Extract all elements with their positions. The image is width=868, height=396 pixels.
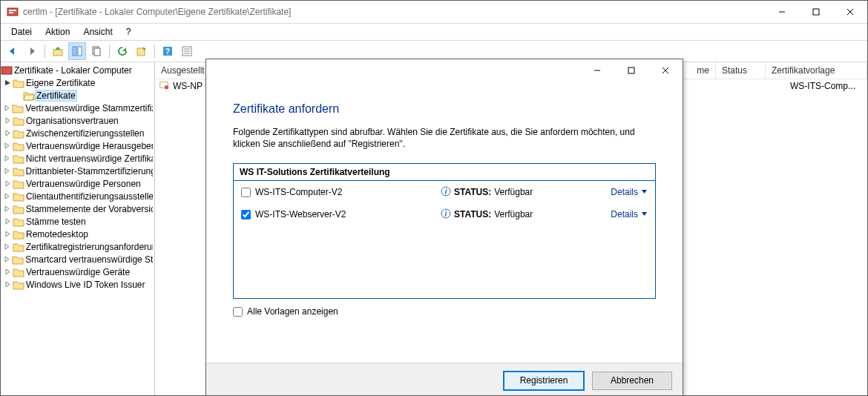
tree-item-label: Zertifikatregistrierungsanforderungen — [24, 242, 153, 252]
col-issued[interactable]: Ausgestellt — [155, 62, 212, 79]
cancel-button[interactable]: Abbrechen — [592, 372, 672, 390]
tree-item[interactable]: Zertifikatregistrierungsanforderungen — [1, 240, 154, 253]
tree-root[interactable]: Zertifikate - Lokaler Computer — [1, 64, 154, 76]
svg-point-21 — [165, 85, 168, 89]
details-toggle[interactable]: Details — [611, 209, 648, 220]
back-button[interactable] — [4, 42, 22, 60]
status-value: Verfügbar — [494, 209, 533, 220]
expand-icon[interactable] — [2, 193, 13, 199]
expand-icon[interactable] — [1, 105, 12, 111]
expand-icon[interactable] — [2, 168, 13, 174]
folder-icon — [12, 103, 24, 113]
col-template[interactable]: Zertifikatvorlage — [766, 62, 867, 79]
export-button[interactable] — [133, 42, 151, 60]
register-button[interactable]: Registrieren — [503, 371, 585, 391]
details-toggle[interactable]: Details — [611, 187, 648, 197]
tree-selected-node[interactable]: Zertifikate — [1, 89, 154, 102]
dialog-minimize-button[interactable] — [580, 59, 614, 82]
tree-item[interactable]: Nicht vertrauenswürdige Zertifikate — [1, 152, 154, 165]
expand-icon[interactable] — [2, 281, 13, 288]
info-icon: i — [441, 208, 451, 221]
tree-own-certs[interactable]: Eigene Zertifikate — [1, 76, 154, 89]
properties-button[interactable] — [178, 42, 196, 60]
toolbar-sep — [45, 44, 45, 58]
maximize-button[interactable] — [799, 1, 833, 23]
template-checkbox[interactable] — [241, 188, 251, 197]
folder-open-icon — [23, 90, 35, 101]
refresh-button[interactable] — [114, 42, 131, 60]
tree-item[interactable]: Zwischenzertifizierungsstellen — [1, 127, 154, 139]
folder-icon — [13, 78, 24, 88]
tree-item[interactable]: Vertrauenswürdige Herausgeber — [1, 139, 154, 152]
tree-item[interactable]: Smartcard vertrauenswürdige Stammzertifi… — [1, 253, 154, 265]
expand-icon[interactable] — [2, 243, 13, 250]
menu-aktion[interactable]: Aktion — [39, 25, 76, 39]
minimize-button[interactable] — [765, 1, 799, 23]
template-checkbox[interactable] — [241, 210, 251, 220]
expand-icon[interactable] — [2, 180, 13, 187]
app-window: certlm - [Zertifikate - Lokaler Computer… — [0, 0, 868, 396]
tree-item[interactable]: Drittanbieter-Stammzertifizierungsstelle… — [1, 165, 154, 177]
forward-button[interactable] — [23, 42, 41, 60]
template-row[interactable]: WS-ITS-Computer-V2 i STATUS: Verfügbar D… — [234, 181, 655, 203]
tree-item[interactable]: Organisationsvertrauen — [1, 114, 154, 127]
tree-item[interactable]: Vertrauenswürdige Geräte — [1, 265, 154, 278]
tree-item-label: Vertrauenswürdige Personen — [24, 179, 142, 189]
col-status[interactable]: Status — [716, 62, 766, 79]
list-item-template: WS-ITS-Comp... — [790, 81, 855, 91]
folder-icon — [13, 267, 24, 277]
expand-icon[interactable] — [2, 218, 13, 225]
folder-icon — [13, 179, 24, 189]
template-row[interactable]: WS-ITS-Webserver-V2 i STATUS: Verfügbar … — [234, 203, 655, 225]
details-label: Details — [611, 209, 638, 220]
tree-item-label: Vertrauenswürdige Herausgeber — [24, 141, 153, 151]
copy-button[interactable] — [88, 42, 105, 60]
tree-root-label: Zertifikate - Lokaler Computer — [13, 65, 134, 76]
tree-item[interactable]: Windows Live ID Token Issuer — [1, 278, 154, 291]
expand-icon[interactable] — [2, 205, 13, 212]
menu-ansicht[interactable]: Ansicht — [77, 25, 118, 39]
expand-icon[interactable] — [2, 117, 13, 124]
tree-pane[interactable]: Zertifikate - Lokaler Computer Eigene Ze… — [1, 62, 155, 395]
expand-icon[interactable] — [2, 231, 13, 237]
template-name: WS-ITS-Webserver-V2 — [255, 209, 441, 220]
folder-icon — [13, 154, 24, 164]
folder-icon — [13, 128, 24, 139]
tree-item-label: Remotedesktop — [24, 229, 90, 240]
expand-icon[interactable] — [2, 142, 13, 149]
collapse-icon[interactable] — [2, 79, 13, 86]
chevron-down-icon — [641, 187, 648, 197]
expand-icon[interactable] — [2, 130, 13, 136]
view-button[interactable] — [68, 42, 86, 60]
up-button[interactable] — [49, 42, 67, 60]
menu-datei[interactable]: Datei — [5, 25, 38, 39]
tree-item[interactable]: Clientauthentifizierungsaussteller — [1, 190, 154, 202]
show-all-checkbox[interactable]: Alle Vorlagen anzeigen — [233, 306, 656, 317]
help-button[interactable]: ? — [159, 42, 177, 60]
console-icon — [1, 65, 13, 76]
tree-item[interactable]: Stämme testen — [1, 215, 154, 228]
tree-item-label: Stämme testen — [24, 217, 88, 227]
expand-icon[interactable] — [2, 155, 13, 162]
show-all-input[interactable] — [233, 307, 243, 317]
folder-icon — [12, 254, 24, 265]
dialog-close-button[interactable] — [648, 59, 683, 82]
tree-item[interactable]: Remotedesktop — [1, 228, 154, 240]
menu-help[interactable]: ? — [120, 25, 137, 39]
tree-item-label: Smartcard vertrauenswürdige Stammzertifi… — [24, 254, 153, 265]
svg-rect-7 — [53, 50, 62, 56]
expand-icon[interactable] — [1, 256, 12, 263]
svg-text:i: i — [445, 188, 447, 196]
svg-rect-11 — [94, 48, 100, 56]
tree-item[interactable]: Stammelemente der Vorabversion — [1, 202, 154, 215]
app-icon — [7, 6, 19, 18]
folder-icon — [13, 229, 24, 240]
expand-icon[interactable] — [2, 268, 13, 275]
group-body: WS-ITS-Computer-V2 i STATUS: Verfügbar D… — [234, 181, 655, 298]
tree-item[interactable]: Vertrauenswürdige Stammzertifizierungsst… — [1, 102, 154, 114]
close-button[interactable] — [833, 1, 867, 23]
svg-text:i: i — [445, 210, 447, 218]
tree-item[interactable]: Vertrauenswürdige Personen — [1, 177, 154, 190]
dialog-maximize-button[interactable] — [614, 59, 648, 82]
template-group: WS IT-Solutions Zertifikatverteilung WS-… — [233, 163, 656, 299]
